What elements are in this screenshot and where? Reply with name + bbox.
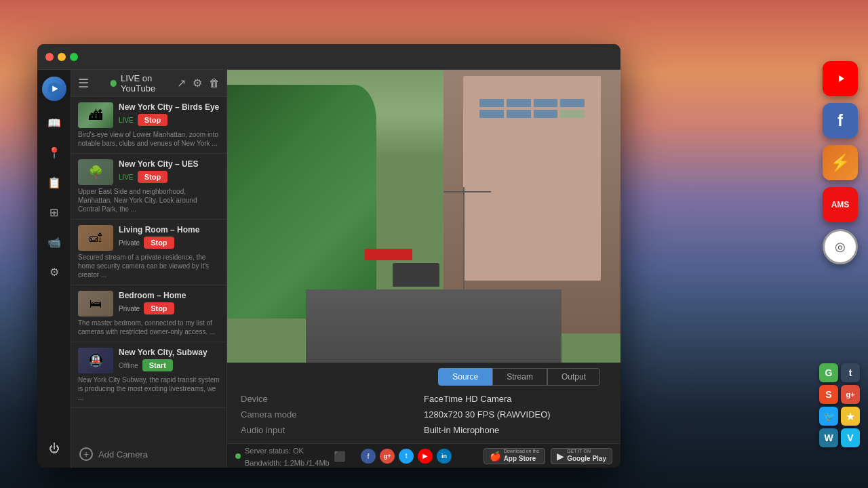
menu-icon[interactable]: ☰ xyxy=(78,76,89,91)
sidebar-icon-settings[interactable]: ⚙ xyxy=(42,260,66,284)
social-linkedin[interactable]: in xyxy=(437,449,452,464)
stop-button-nyc-ues[interactable]: Stop xyxy=(138,171,167,183)
camera-info-nyc-ues: New York City – UES LIVE Stop xyxy=(119,159,220,185)
dock-thunder[interactable]: ⚡ xyxy=(823,145,858,180)
status-label-subway: Offline xyxy=(119,362,138,369)
status-bar: Server status: OK Bandwidth: 1.2Mb /1.4M… xyxy=(227,443,620,468)
camera-info-bedroom: Bedroom – Home Private Stop xyxy=(119,291,220,317)
google-play-top-text: GET IT ON xyxy=(567,449,606,454)
status-indicator-dot xyxy=(235,453,241,459)
camera-thumb-nyc-ues: 🌳 xyxy=(78,159,113,185)
camera-name-nyc-ues: New York City – UES xyxy=(119,159,220,169)
camera-item-nyc-ues[interactable]: 🌳 New York City – UES LIVE Stop Upper Ea… xyxy=(71,154,226,220)
sidebar-icon-video[interactable]: 📹 xyxy=(42,230,66,254)
sidebar-icon-list[interactable]: 📋 xyxy=(42,170,66,195)
social-twitter[interactable]: t xyxy=(399,449,414,464)
camera-thumb-living-room: 🛋 xyxy=(78,225,113,251)
camera-thumb-nyc-birds: 🏙 xyxy=(78,102,113,128)
video-preview xyxy=(227,70,620,363)
mode-label: Camera mode xyxy=(241,409,424,420)
add-camera-button[interactable]: + Add Camera xyxy=(71,441,226,468)
device-label: Device xyxy=(241,394,424,404)
streetlamp-arm xyxy=(443,191,491,192)
social-facebook[interactable]: f xyxy=(361,449,376,464)
app-store-bottom-text: App Store xyxy=(504,455,540,463)
mini-stumble[interactable]: S xyxy=(819,385,838,404)
camera-status-row-subway: Offline Start xyxy=(119,359,220,371)
stop-button-bedroom[interactable]: Stop xyxy=(144,302,174,314)
sidebar-icon-location[interactable]: 📍 xyxy=(42,140,66,165)
apple-icon: 🍎 xyxy=(490,451,501,462)
video-scene xyxy=(227,70,620,363)
camera-desc-living-room: Secured stream of a private residence, t… xyxy=(78,253,220,279)
dock-facebook[interactable]: f xyxy=(823,103,858,138)
camera-item-subway[interactable]: 🚇 New York City, Subway Offline Start Ne… xyxy=(71,342,226,408)
google-play-icon: ▶ xyxy=(557,451,564,462)
camera-item-bedroom[interactable]: 🛏 Bedroom – Home Private Stop The master… xyxy=(71,285,226,342)
camera-thumb-subway: 🚇 xyxy=(78,348,113,373)
camera-name-living-room: Living Room – Home xyxy=(119,225,220,235)
live-dot xyxy=(110,80,117,87)
app-logo[interactable] xyxy=(42,77,66,101)
mini-twitter[interactable]: 🐦 xyxy=(819,407,838,426)
dock-ams[interactable]: AMS xyxy=(823,187,858,222)
tab-source[interactable]: Source xyxy=(438,368,492,386)
bandwidth-text: Bandwidth: 1.2Mb /1.4Mb xyxy=(245,459,330,467)
camera-list: ☰ LIVE on YouTube ↗ ⚙ 🗑 🏙 New York City … xyxy=(71,70,227,468)
minimize-button[interactable] xyxy=(58,53,66,61)
sidebar-icon-grid[interactable]: ⊞ xyxy=(42,200,66,224)
trees-left xyxy=(227,85,376,319)
building-main xyxy=(463,76,601,281)
camera-status-row-bedroom: Private Stop xyxy=(119,302,220,314)
mini-wordpress[interactable]: W xyxy=(819,428,838,447)
camera-status-row-living-room: Private Stop xyxy=(119,237,220,249)
dock-youtube[interactable] xyxy=(823,61,858,96)
store-badges: 🍎 Download on the App Store ▶ GET IT ON … xyxy=(484,448,612,464)
device-value: FaceTime HD Camera xyxy=(424,394,607,404)
audio-value: Built-in Microphone xyxy=(424,425,607,435)
delete-icon[interactable]: 🗑 xyxy=(209,77,220,89)
audio-label: Audio input xyxy=(241,425,424,435)
maximize-button[interactable] xyxy=(70,53,78,61)
mini-tumblr[interactable]: t xyxy=(841,363,860,382)
mini-vimeo[interactable]: V xyxy=(841,428,860,447)
google-play-bottom-text: Google Play xyxy=(567,455,606,463)
mini-chrome[interactable]: G xyxy=(819,363,838,382)
tabs-row: Source Stream Output xyxy=(227,363,620,386)
camera-info-nyc-birds: New York City – Birds Eye LIVE Stop xyxy=(119,102,220,128)
tab-stream[interactable]: Stream xyxy=(492,368,547,386)
streetlamp-pole xyxy=(463,187,465,289)
settings-icon[interactable]: ⚙ xyxy=(193,77,202,89)
window-controls xyxy=(45,53,78,61)
camera-info-living-room: Living Room – Home Private Stop xyxy=(119,225,220,251)
camera-info-subway: New York City, Subway Offline Start xyxy=(119,348,220,373)
app-store-badge[interactable]: 🍎 Download on the App Store xyxy=(484,448,546,464)
sidebar-icon-book[interactable]: 📖 xyxy=(42,110,66,135)
google-play-badge[interactable]: ▶ GET IT ON Google Play xyxy=(551,448,612,464)
camera-name-subway: New York City, Subway xyxy=(119,348,220,357)
stop-button-nyc-birds[interactable]: Stop xyxy=(138,114,167,126)
camera-desc-nyc-ues: Upper East Side and neighborhood, Manhat… xyxy=(78,187,220,214)
google-play-badge-text: GET IT ON Google Play xyxy=(567,449,606,462)
top-bar: ☰ LIVE on YouTube ↗ ⚙ 🗑 xyxy=(71,70,226,97)
sidebar-icon-power[interactable]: ⏻ xyxy=(42,436,66,461)
close-button[interactable] xyxy=(45,53,54,61)
camera-name-bedroom: Bedroom – Home xyxy=(119,291,220,300)
status-label-nyc-birds: LIVE xyxy=(119,117,134,124)
start-button-subway[interactable]: Start xyxy=(142,359,173,371)
server-status-text: Server status: OK xyxy=(245,447,304,455)
social-youtube[interactable]: ▶ xyxy=(418,449,433,464)
dock-5app[interactable]: ◎ xyxy=(823,229,858,264)
camera-item-nyc-birds[interactable]: 🏙 New York City – Birds Eye LIVE Stop Bi… xyxy=(71,97,226,154)
mini-yellow[interactable]: ★ xyxy=(841,407,860,426)
status-label-bedroom: Private xyxy=(119,305,140,312)
tab-output[interactable]: Output xyxy=(547,368,600,386)
social-gplus[interactable]: g+ xyxy=(380,449,395,464)
mode-value: 868x488 30 FPS (RAWVIDEO) xyxy=(424,409,607,420)
mini-gplus[interactable]: g+ xyxy=(841,385,860,404)
camera-desc-subway: New York City Subway, the rapid transit … xyxy=(78,375,220,402)
bottom-panel: Source Stream Output Device FaceTime HD … xyxy=(227,363,620,443)
stop-button-living-room[interactable]: Stop xyxy=(144,237,174,249)
camera-item-living-room[interactable]: 🛋 Living Room – Home Private Stop Secure… xyxy=(71,220,226,285)
status-label-living-room: Private xyxy=(119,239,140,247)
